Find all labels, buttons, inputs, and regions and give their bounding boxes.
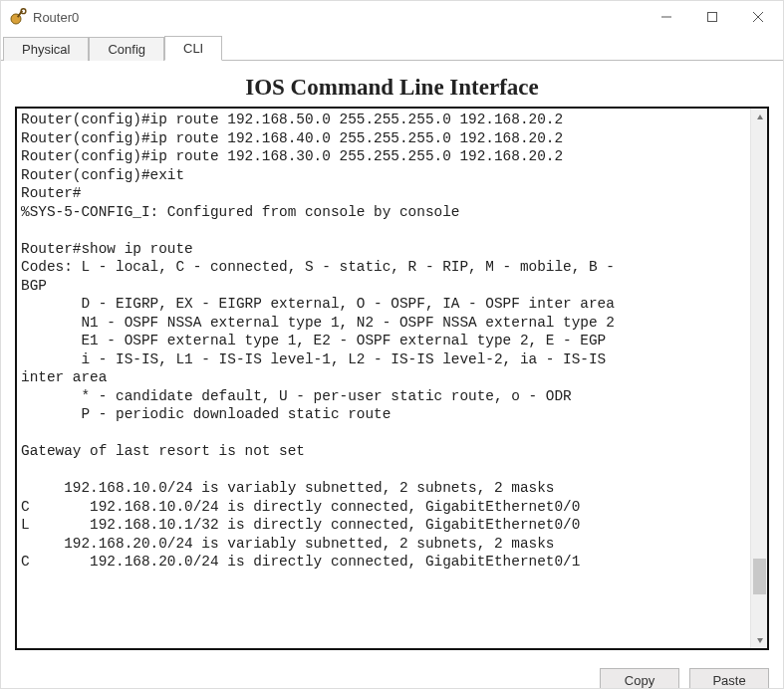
scroll-down-icon[interactable]	[751, 631, 768, 648]
window-title: Router0	[33, 10, 79, 25]
maximize-button[interactable]	[689, 1, 735, 33]
tab-physical[interactable]: Physical	[3, 37, 89, 61]
svg-rect-4	[708, 13, 717, 22]
close-button[interactable]	[735, 1, 781, 33]
tab-bar: Physical Config CLI	[1, 33, 783, 61]
tab-config[interactable]: Config	[89, 37, 164, 61]
minimize-button[interactable]	[644, 1, 689, 33]
titlebar: Router0	[1, 1, 783, 33]
copy-button[interactable]: Copy	[600, 668, 679, 689]
window-controls	[644, 1, 781, 33]
router-icon	[9, 8, 27, 26]
cli-heading: IOS Command Line Interface	[15, 75, 769, 101]
terminal-output[interactable]: Router(config)#ip route 192.168.50.0 255…	[17, 109, 750, 648]
button-row: Copy Paste	[1, 660, 783, 689]
scroll-thumb[interactable]	[753, 559, 766, 594]
scroll-up-icon[interactable]	[751, 109, 768, 125]
paste-button[interactable]: Paste	[689, 668, 769, 689]
tab-cli[interactable]: CLI	[164, 36, 222, 61]
terminal-frame: Router(config)#ip route 192.168.50.0 255…	[15, 107, 769, 650]
scrollbar[interactable]	[750, 109, 767, 648]
content-area: IOS Command Line Interface Router(config…	[1, 61, 783, 660]
